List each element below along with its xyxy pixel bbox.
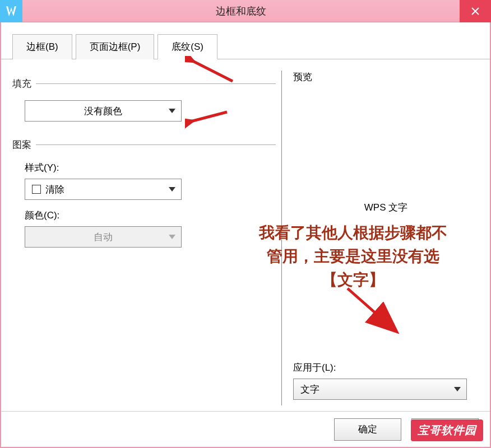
divider-line [36, 83, 276, 84]
preview-label: 预览 [293, 71, 479, 83]
tab-border[interactable]: 边框(B) [12, 34, 72, 59]
close-icon [471, 7, 479, 15]
chevron-down-icon [454, 387, 461, 391]
app-icon [0, 0, 22, 22]
apply-label: 应用于(L): [293, 361, 473, 374]
content-area: 填充 没有颜色 图案 样式(Y): 清除 颜色(C): 自动 [1, 59, 490, 417]
chevron-down-icon [169, 187, 175, 192]
titlebar: 边框和底纹 [0, 0, 491, 22]
ok-button[interactable]: 确定 [334, 418, 401, 441]
divider-line [36, 144, 276, 145]
pattern-group-label: 图案 [12, 138, 276, 151]
fill-group-text: 填充 [12, 77, 31, 90]
watermark-badge: 宝哥软件园 [411, 419, 483, 441]
style-swatch-icon [32, 185, 41, 194]
window-title: 边框和底纹 [22, 4, 460, 18]
apply-area: 应用于(L): 文字 [293, 361, 473, 400]
fill-group-label: 填充 [12, 77, 276, 90]
fill-color-dropdown[interactable]: 没有颜色 [25, 100, 182, 122]
style-value: 清除 [45, 183, 64, 196]
style-dropdown[interactable]: 清除 [25, 179, 182, 200]
right-panel: 预览 WPS 文字 应用于(L): 文字 [281, 71, 479, 405]
preview-text: WPS 文字 [293, 201, 479, 214]
tab-page-border[interactable]: 页面边框(P) [76, 34, 155, 59]
color-dropdown: 自动 [25, 226, 182, 248]
close-button[interactable] [460, 0, 491, 22]
fill-color-value: 没有颜色 [84, 105, 122, 118]
pattern-group-text: 图案 [12, 138, 31, 151]
style-label: 样式(Y): [25, 161, 276, 174]
tab-strip: 边框(B) 页面边框(P) 底纹(S) [1, 22, 490, 59]
left-panel: 填充 没有颜色 图案 样式(Y): 清除 颜色(C): 自动 [12, 71, 281, 405]
apply-to-dropdown[interactable]: 文字 [293, 379, 467, 400]
color-value: 自动 [94, 231, 113, 244]
tab-shading[interactable]: 底纹(S) [158, 34, 217, 59]
chevron-down-icon [169, 235, 175, 239]
color-label: 颜色(C): [25, 209, 276, 222]
apply-to-value: 文字 [300, 383, 319, 396]
dialog-body: 边框(B) 页面边框(P) 底纹(S) 填充 没有颜色 图案 样式(Y): 清除 [0, 22, 491, 448]
chevron-down-icon [169, 109, 175, 113]
